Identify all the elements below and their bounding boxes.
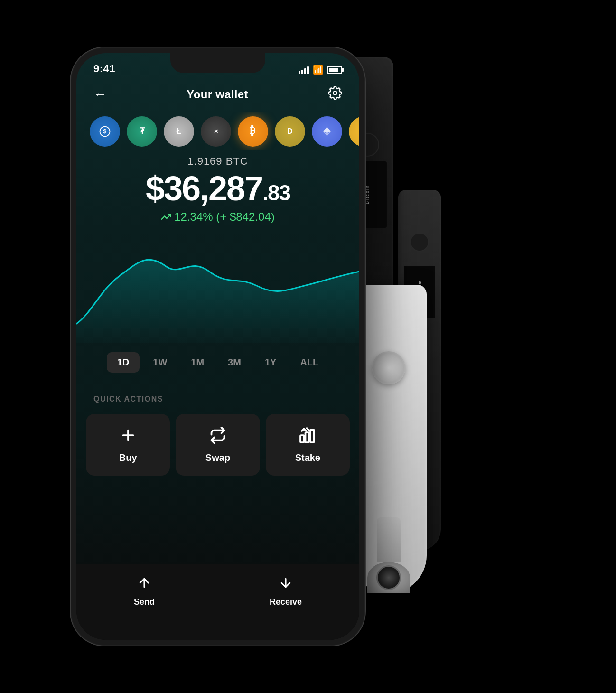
battery-icon (327, 66, 342, 74)
svg-point-0 (333, 91, 337, 95)
action-buttons: Buy Swap Stake (86, 414, 350, 476)
coin-bnb[interactable]: BNB (349, 116, 359, 147)
receive-nav-item[interactable]: Receive (270, 576, 302, 607)
price-section: 1.9169 BTC $36,287.83 12.34% (+ $842.04) (76, 155, 359, 224)
phone-screen: 9:41 📶 ← Your wallet (76, 53, 359, 640)
btc-amount: 1.9169 BTC (86, 155, 350, 168)
buy-button[interactable]: Buy (86, 414, 170, 476)
ledger-stax-circle (376, 565, 401, 590)
price-cents: .83 (262, 180, 290, 205)
coin-eth[interactable] (312, 116, 342, 147)
svg-text:✕: ✕ (214, 128, 218, 135)
tab-1m[interactable]: 1M (180, 352, 215, 373)
tab-1y[interactable]: 1Y (254, 352, 287, 373)
send-icon (137, 576, 151, 593)
price-display: $36,287.83 (86, 171, 350, 206)
ledger-stax-base (367, 562, 410, 593)
bottom-nav: Send Receive (76, 564, 359, 640)
page-title: Your wallet (107, 88, 328, 101)
ledger-stax-button[interactable] (372, 351, 405, 384)
receive-label: Receive (270, 597, 302, 607)
phone-device: 9:41 📶 ← Your wallet (71, 47, 365, 646)
svg-marker-8 (323, 127, 331, 133)
coin-ltc[interactable]: Ł (164, 116, 194, 147)
coin-btc[interactable]: ₿ (238, 116, 268, 147)
coin-row: $ ₮ Ł ✕ ₿ Ð (76, 112, 359, 150)
svg-text:Ð: Ð (287, 127, 292, 135)
stake-icon (299, 427, 316, 448)
status-time: 9:41 (93, 63, 115, 75)
coin-xrp[interactable]: ✕ (201, 116, 231, 147)
svg-text:Ł: Ł (177, 126, 182, 136)
svg-rect-16 (306, 432, 309, 442)
quick-actions-label: QUICK ACTIONS (93, 395, 163, 403)
svg-text:₮: ₮ (140, 126, 145, 136)
tab-1w[interactable]: 1W (142, 352, 177, 373)
coin-doge[interactable]: Ð (275, 116, 305, 147)
receive-icon (279, 576, 293, 593)
price-dollars: $36,287 (146, 169, 262, 207)
svg-text:$: $ (103, 128, 107, 135)
send-nav-item[interactable]: Send (134, 576, 155, 607)
time-tabs: 1D 1W 1M 3M 1Y ALL (76, 352, 359, 373)
swap-icon (209, 427, 226, 448)
ledger-stax-stem (377, 517, 401, 562)
signal-icon (299, 66, 309, 74)
send-label: Send (134, 597, 155, 607)
back-button[interactable]: ← (93, 87, 107, 102)
wifi-icon: 📶 (313, 65, 323, 75)
phone-notch (170, 53, 265, 73)
tab-3m[interactable]: 3M (217, 352, 252, 373)
nav-bar: ← Your wallet (76, 78, 359, 111)
scene: 9:41 📶 ← Your wallet (47, 19, 569, 674)
swap-label: Swap (205, 452, 230, 463)
tab-1d[interactable]: 1D (107, 352, 140, 373)
stake-button[interactable]: Stake (266, 414, 350, 476)
price-change: 12.34% (+ $842.04) (86, 210, 350, 224)
buy-icon (120, 427, 137, 448)
change-text: 12.34% (+ $842.04) (174, 210, 275, 224)
stake-label: Stake (295, 452, 320, 463)
ledger-nanox-screen-text: Bitcoin (365, 185, 370, 204)
price-chart[interactable] (76, 229, 359, 343)
settings-button[interactable] (328, 86, 342, 103)
swap-button[interactable]: Swap (176, 414, 260, 476)
svg-rect-17 (310, 430, 314, 442)
tab-all[interactable]: ALL (289, 352, 329, 373)
coin-usdc[interactable]: $ (90, 116, 120, 147)
svg-rect-15 (300, 435, 304, 442)
status-icons: 📶 (299, 65, 342, 75)
coin-tether[interactable]: ₮ (127, 116, 157, 147)
svg-text:₿: ₿ (250, 124, 255, 137)
ledger-stax-connector-area (372, 517, 405, 593)
buy-label: Buy (119, 452, 137, 463)
ledger-nanos-button[interactable] (410, 233, 429, 252)
